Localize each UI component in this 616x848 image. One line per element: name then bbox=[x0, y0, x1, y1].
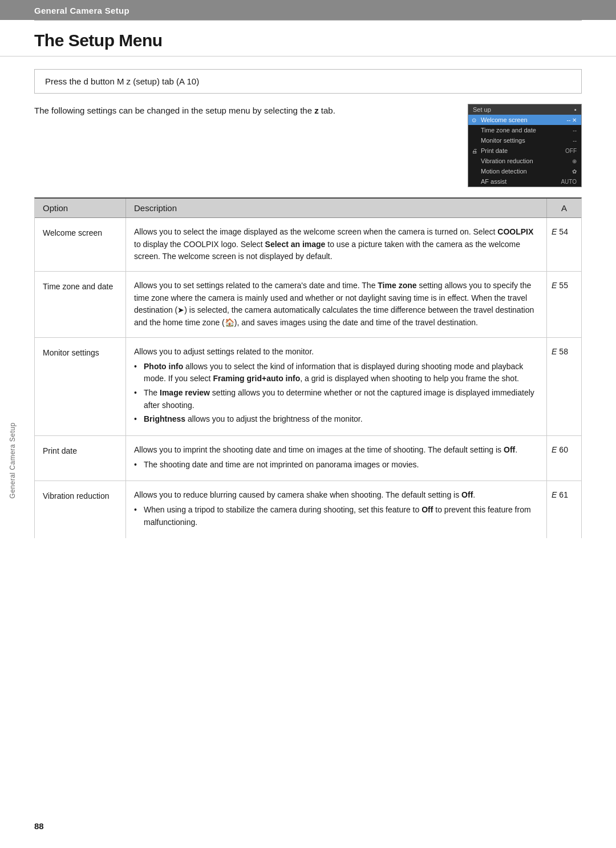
section-title: General Camera Setup bbox=[34, 6, 129, 15]
option-timezone: Time zone and date bbox=[35, 272, 126, 337]
page-header: General Camera Setup bbox=[0, 0, 616, 20]
ref-printdate: E 60 bbox=[547, 436, 581, 480]
table-header-option: Option bbox=[35, 199, 126, 217]
camera-menu-item-monitor: Monitor settings -- bbox=[468, 135, 581, 146]
table-header-row: Option Description A bbox=[35, 199, 581, 218]
desc-printdate: Allows you to imprint the shooting date … bbox=[126, 436, 547, 480]
option-printdate: Print date bbox=[35, 436, 126, 480]
camera-menu-item-vibration: Vibration reduction ⊕ bbox=[468, 156, 581, 166]
ref-vibration: E 61 bbox=[547, 481, 581, 538]
table-row-timezone: Time zone and date Allows you to set set… bbox=[35, 272, 581, 338]
camera-menu-item-motion: Motion detection ✿ bbox=[468, 166, 581, 176]
side-label: General Camera Setup bbox=[9, 422, 17, 498]
camera-menu-item-welcome: ⊙ Welcome screen -- ✕ bbox=[468, 115, 581, 125]
desc-welcome: Allows you to select the image displayed… bbox=[126, 218, 547, 271]
camera-menu-title: Set up ▪ bbox=[468, 104, 581, 115]
desc-vibration: Allows you to reduce blurring caused by … bbox=[126, 481, 547, 538]
option-welcome: Welcome screen bbox=[35, 218, 126, 271]
camera-menu-item-printdate: 🖨 Print date OFF bbox=[468, 146, 581, 156]
camera-icon-welcome: ⊙ bbox=[472, 117, 476, 123]
desc-timezone: Allows you to set settings related to th… bbox=[126, 272, 547, 337]
instruction-box: Press the d button M z (setup) tab (A 10… bbox=[34, 69, 582, 94]
main-table: Option Description A Welcome screen Allo… bbox=[34, 197, 582, 538]
table-row-monitor: Monitor settings Allows you to adjust se… bbox=[35, 338, 581, 436]
side-label-container: General Camera Setup bbox=[13, 399, 24, 514]
page-title: The Setup Menu bbox=[34, 31, 582, 50]
ref-welcome: E 54 bbox=[547, 218, 581, 271]
page-title-area: The Setup Menu bbox=[0, 21, 616, 56]
intro-section: The following settings can be changed in… bbox=[34, 104, 582, 187]
instruction-text: Press the d button M z (setup) tab (A 10… bbox=[45, 76, 199, 86]
camera-icon-print: 🖨 bbox=[472, 148, 477, 154]
option-vibration: Vibration reduction bbox=[35, 481, 126, 538]
table-row-printdate: Print date Allows you to imprint the sho… bbox=[35, 436, 581, 481]
table-header-description: Description bbox=[126, 199, 547, 217]
camera-menu-item-af: AF assist AUTO bbox=[468, 176, 581, 187]
table-row-vibration: Vibration reduction Allows you to reduce… bbox=[35, 481, 581, 538]
table-row-welcome: Welcome screen Allows you to select the … bbox=[35, 218, 581, 272]
ref-monitor: E 58 bbox=[547, 338, 581, 435]
intro-text: The following settings can be changed in… bbox=[34, 104, 451, 118]
ref-timezone: E 55 bbox=[547, 272, 581, 337]
desc-monitor: Allows you to adjust settings related to… bbox=[126, 338, 547, 435]
table-header-ref: A bbox=[547, 199, 581, 217]
camera-menu-item-timezone: Time zone and date -- bbox=[468, 125, 581, 135]
option-monitor: Monitor settings bbox=[35, 338, 126, 435]
camera-menu-screenshot: Set up ▪ ⊙ Welcome screen -- ✕ Time zone… bbox=[468, 104, 582, 187]
page-number: 88 bbox=[34, 821, 44, 831]
